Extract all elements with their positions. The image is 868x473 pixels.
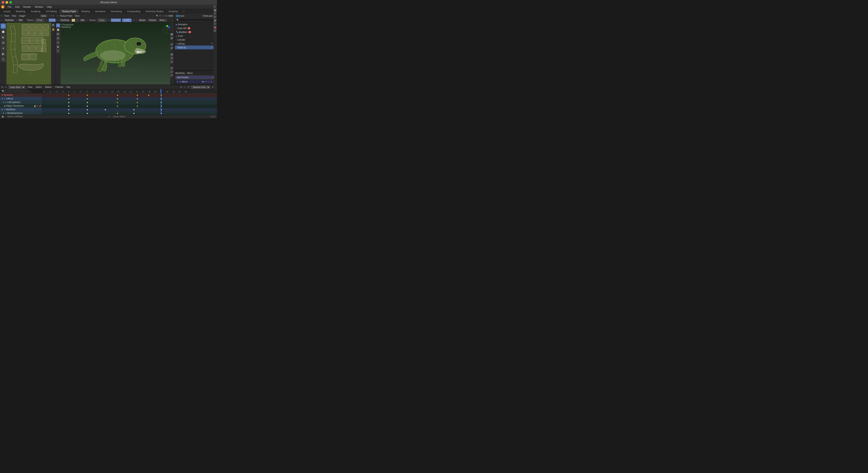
vp-tool-clone[interactable]: ⊞ <box>56 36 60 40</box>
ds-filter-icon[interactable]: ⚗ <box>187 86 189 88</box>
ds-timeline-summary[interactable] <box>43 94 217 97</box>
leftlegaction-expand-icon[interactable]: ▼ <box>3 101 4 104</box>
vp-brush-name[interactable]: TexDraw <box>59 19 70 22</box>
tab-layout[interactable]: Layout <box>1 9 13 13</box>
tab-add[interactable]: + <box>181 9 187 13</box>
blender-logo[interactable]: B <box>1 5 5 9</box>
outliner-item-cylinder[interactable]: ○ Cylinder <box>175 38 217 42</box>
mirror-eye-icon[interactable]: 👁 <box>205 81 207 83</box>
viewport-menu-paint[interactable]: Texture Paint <box>59 15 73 17</box>
uv-menu-view[interactable]: View <box>11 15 17 17</box>
vp-color-swatch[interactable] <box>71 19 79 22</box>
mirror-more-icon[interactable]: ▼ <box>210 81 212 83</box>
prop-modifier-icon[interactable]: 🔧 <box>214 9 217 12</box>
uv-blend-mode[interactable]: Mix <box>18 19 24 22</box>
vp-strength-input[interactable] <box>122 19 131 22</box>
tab-compositing[interactable]: Compositing <box>125 9 143 13</box>
menu-window[interactable]: Window <box>33 5 45 8</box>
tab-sculpting[interactable]: Sculpting <box>28 9 43 13</box>
tab-rendering[interactable]: Rendering <box>108 9 124 13</box>
ds-label-leftleg[interactable]: ▼ ▼ LeftLeg <box>0 97 42 100</box>
vp-tool-smear[interactable]: ≋ <box>56 40 60 45</box>
ds-menu-key[interactable]: Key <box>66 86 71 88</box>
tab-scripting[interactable]: Scripting <box>166 9 180 13</box>
ds-snap-icon[interactable]: ⊞ <box>180 86 182 88</box>
tab-animation[interactable]: Animation <box>93 9 108 13</box>
menu-file[interactable]: File <box>6 5 13 8</box>
ds-label-mainbody[interactable]: ▼ ▼ MainBody <box>0 108 42 111</box>
prop-physics-icon[interactable]: ⊕ <box>214 16 217 19</box>
outliner-item-animation[interactable]: ▶ Animation <box>175 23 217 26</box>
mirror-cam-icon[interactable]: 📷 <box>202 81 204 83</box>
vp-tool-mask[interactable]: ◧ <box>56 45 60 49</box>
outliner-search[interactable] <box>175 18 216 21</box>
ds-menu-marker[interactable]: Marker <box>44 86 53 88</box>
vp-proportional[interactable]: ○ <box>170 75 174 77</box>
uv-tool-clone[interactable]: ⊞ <box>1 40 6 45</box>
vp-view-front[interactable]: ▶ <box>170 43 174 47</box>
ds-timeline-leftlegaction[interactable] <box>43 101 217 105</box>
prop-material-icon[interactable]: ⬤ <box>214 26 217 29</box>
transforms-lock-icon[interactable]: 🔒 <box>34 105 36 107</box>
uv-object-selector[interactable]: body <box>40 14 48 17</box>
ds-label-summary[interactable]: ▼ Summary <box>0 93 42 97</box>
vp-pivot[interactable]: ⊙ <box>170 71 174 74</box>
outliner-item-rightleg[interactable]: □ RightLeg 👁 📷 <box>175 46 217 49</box>
ds-label-leftleg-transforms[interactable]: ▶ Object Transforms 🔒 👁 📌 <box>0 104 42 108</box>
tab-shading[interactable]: Shading <box>79 9 92 13</box>
outliner-item-modifiers[interactable]: 🔧 Modifiers 1 <box>175 30 217 34</box>
menu-edit[interactable]: Edit <box>14 5 21 8</box>
dopesheet-search-input[interactable] <box>1 90 29 93</box>
vp-brush-label[interactable]: Brush <box>138 19 146 22</box>
dopesheet-timeline[interactable]: -8 -6 -4 -2 0 2 4 6 8 10 12 14 16 18 20 … <box>43 89 217 118</box>
ds-timeline-mainbody[interactable] <box>43 108 217 112</box>
vp-overlay[interactable]: ⊕ <box>170 57 174 60</box>
leftleg-expand-icon[interactable]: ▼ <box>1 98 3 100</box>
vp-radius-icon[interactable]: ⊙ <box>108 19 110 21</box>
vp-texture2-label[interactable]: Textu... <box>158 19 167 22</box>
outliner-item-cone[interactable]: △ Cone <box>175 34 217 38</box>
maximize-button[interactable] <box>9 1 12 4</box>
menu-render[interactable]: Render <box>22 5 33 8</box>
rightleg-visibility-icon[interactable]: 👁 <box>211 47 213 49</box>
ds-menu-select[interactable]: Select <box>35 86 43 88</box>
ds-search-filter-icon[interactable]: ◁ <box>29 90 31 92</box>
uv-brush-name[interactable]: TexDraw <box>4 19 15 22</box>
uv-tool-gradient[interactable]: ◐ <box>1 35 6 40</box>
ds-label-leftlegaction[interactable]: ▼ ▼ LeftLegAction <box>0 100 42 104</box>
modifier-mirror[interactable]: ▼ ⊞ Mirror 📷 👁 ✏ ▼ ✕ <box>176 80 216 83</box>
dino-3d-view[interactable]: X Y Z User Perspective (29) MainBody <box>56 23 174 85</box>
uv-tool-fill[interactable]: ⬤ <box>1 29 6 34</box>
transforms-expand-icon[interactable]: ▶ <box>4 105 6 107</box>
viewport-menu-view[interactable]: View <box>74 15 80 17</box>
prop-data-icon[interactable]: △ <box>214 23 217 26</box>
uv-tool-draw[interactable]: ✏ <box>1 24 6 29</box>
ds-timeline-leftleg-transforms[interactable] <box>43 105 217 108</box>
leftleg-visibility-icon[interactable]: 👁 <box>211 42 213 45</box>
window-controls[interactable] <box>2 1 12 4</box>
vp-xray[interactable]: ◎ <box>170 61 174 64</box>
vp-toggle-view[interactable]: ◉ <box>170 37 174 40</box>
vp-blend-mode[interactable]: Mix <box>80 19 86 22</box>
add-modifier-button[interactable]: Add Modifier ▼ <box>175 76 216 79</box>
tab-geometry-nodes[interactable]: Geometry Nodes <box>143 9 166 13</box>
tab-texture-paint[interactable]: Texture Paint <box>60 9 79 13</box>
uv-hand-tool[interactable]: ✋ <box>52 28 55 31</box>
summary-expand-icon[interactable]: ▼ <box>1 94 3 96</box>
uv-menu-paint[interactable]: Paint <box>3 15 10 17</box>
uv-canvas[interactable] <box>6 23 51 85</box>
ds-timeline-leftleg[interactable] <box>43 97 217 101</box>
tab-uv-editing[interactable]: UV Editing <box>43 9 59 13</box>
uv-tool-smear[interactable]: ≋ <box>1 46 6 51</box>
mirror-expand-icon[interactable]: ▼ <box>177 81 179 83</box>
ds-menu-view[interactable]: View <box>27 86 33 88</box>
uv-zoom-in[interactable]: 🔍 <box>52 24 55 27</box>
vp-tool-annotate[interactable]: ✎ <box>56 49 60 53</box>
uv-menu-image[interactable]: Image* <box>18 15 27 17</box>
tab-modeling[interactable]: Modeling <box>13 9 28 13</box>
outliner-item-cube001[interactable]: □ Cube 001 1 <box>175 26 217 30</box>
prop-constraints-icon[interactable]: 🔗 <box>214 19 217 22</box>
vp-view-cam[interactable]: 📷 <box>170 53 174 56</box>
prop-object-icon[interactable]: ○ <box>214 5 217 8</box>
vp-tool-gradient[interactable]: ◐ <box>56 32 60 36</box>
